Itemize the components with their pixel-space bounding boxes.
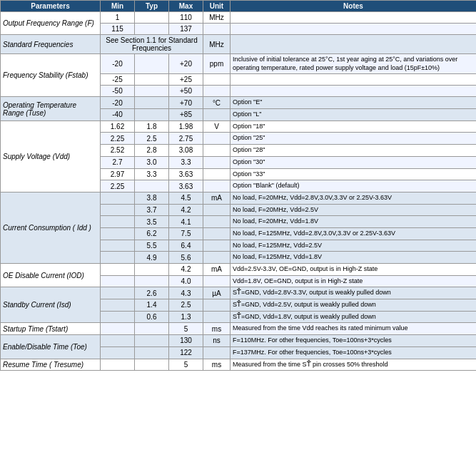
table-row: Current Consumption ( Idd )3.84.5mANo lo… — [1, 192, 477, 204]
table-cell: 3.3 — [169, 156, 203, 168]
table-cell: Inclusive of initial tolerance at 25°C, … — [231, 54, 477, 74]
table-cell: 2.7 — [101, 156, 135, 168]
table-cell: 4.9 — [135, 252, 169, 264]
table-cell — [203, 168, 231, 180]
table-cell: Frequency Stability (Fstab) — [1, 54, 101, 97]
table-cell: MHz — [203, 35, 231, 54]
table-cell: No load, F=20MHz, Vdd=1.8V — [231, 216, 477, 228]
table-cell: mA — [203, 264, 231, 276]
table-cell: 1.8 — [135, 120, 169, 133]
table-cell — [101, 287, 135, 299]
table-cell: No load, F=125MHz, Vdd=2.8V,3.0V,3.3V or… — [231, 227, 477, 240]
table-cell: No load, F=20MHz, Vdd=2.8V,3.0V,3.3V or … — [231, 192, 477, 204]
table-cell: ST̄=GND, Vdd=2.8V-3.3V, output is weakly… — [231, 287, 477, 299]
table-cell: 3.0 — [135, 156, 169, 168]
main-table-container: Parameters Min Typ Max Unit Notes Output… — [0, 0, 476, 371]
table-cell — [203, 145, 231, 157]
table-cell — [203, 216, 231, 228]
table-row: Startup Time (Tstart)5msMeasured from th… — [1, 323, 477, 335]
table-cell: 3.7 — [135, 204, 169, 216]
table-cell — [231, 24, 477, 35]
table-cell: Standby Current (Isd) — [1, 287, 101, 323]
table-cell: Option "18" — [231, 120, 477, 133]
table-cell — [135, 264, 169, 276]
table-cell: +20 — [169, 54, 203, 74]
table-cell: V — [203, 120, 231, 133]
table-cell — [203, 299, 231, 312]
table-cell: 2.52 — [101, 145, 135, 157]
table-row: Output Frequency Range (F)1110MHz — [1, 12, 477, 24]
table-cell — [203, 240, 231, 252]
table-cell: 3.63 — [169, 180, 203, 192]
table-cell: 2.75 — [169, 133, 203, 145]
table-cell: 2.5 — [169, 299, 203, 312]
table-cell — [203, 180, 231, 192]
table-cell — [203, 24, 231, 35]
table-cell: 4.2 — [169, 264, 203, 276]
table-cell: 1.98 — [169, 120, 203, 133]
table-cell — [101, 299, 135, 312]
header-typ: Typ — [135, 1, 169, 12]
table-cell: OE Disable Current (IOD) — [1, 264, 101, 287]
table-cell: +50 — [169, 86, 203, 97]
table-cell — [135, 346, 169, 359]
table-row: Operating Temperature Range (Tuse)-20+70… — [1, 97, 477, 109]
table-cell: 5 — [169, 359, 203, 371]
table-cell — [135, 74, 169, 86]
table-cell-span: See Section 1.1 for Standard Frequencies — [101, 35, 203, 54]
table-cell — [101, 335, 135, 347]
table-cell: No load, F=125MHz, Vdd=1.8V — [231, 252, 477, 264]
table-cell: 3.8 — [135, 192, 169, 204]
table-cell: Supply Voltage (Vdd) — [1, 120, 101, 192]
table-cell: Current Consumption ( Idd ) — [1, 192, 101, 263]
table-cell — [101, 216, 135, 228]
table-cell: 3.5 — [135, 216, 169, 228]
table-cell: Vdd=1.8V, OE=GND, output is in High-Z st… — [231, 275, 477, 287]
table-cell: 5.6 — [169, 252, 203, 264]
table-cell — [135, 323, 169, 335]
table-cell: ST̄=GND, Vdd=1.8V, output is weakly pull… — [231, 311, 477, 323]
table-cell: 2.8 — [135, 145, 169, 157]
table-cell: Option "L" — [231, 109, 477, 121]
table-cell: Operating Temperature Range (Tuse) — [1, 97, 101, 120]
table-row: Standby Current (Isd)2.64.3µAST̄=GND, Vd… — [1, 287, 477, 299]
table-cell — [203, 275, 231, 287]
table-cell: 1.62 — [101, 120, 135, 133]
header-notes: Notes — [231, 1, 477, 12]
table-cell — [101, 359, 135, 371]
table-cell: Measured from the time Vdd reaches its r… — [231, 323, 477, 335]
table-cell: -50 — [101, 86, 135, 97]
table-cell: 130 — [169, 335, 203, 347]
table-cell: µA — [203, 287, 231, 299]
table-cell: F=110MHz. For other frequencies, Toe=100… — [231, 335, 477, 347]
table-cell — [203, 227, 231, 240]
table-cell: 5 — [169, 323, 203, 335]
table-row: OE Disable Current (IOD)4.2mAVdd=2.5V-3.… — [1, 264, 477, 276]
table-cell — [135, 180, 169, 192]
table-cell: ns — [203, 335, 231, 347]
table-cell: -20 — [101, 54, 135, 74]
table-cell: Measured from the time ST̄ pin crosses 5… — [231, 359, 477, 371]
table-cell: 1.3 — [169, 311, 203, 323]
table-cell: 3.08 — [169, 145, 203, 157]
spec-table: Parameters Min Typ Max Unit Notes Output… — [0, 0, 476, 371]
table-cell: 1.4 — [135, 299, 169, 312]
table-cell — [203, 252, 231, 264]
table-cell — [101, 227, 135, 240]
table-cell — [135, 275, 169, 287]
table-cell — [135, 109, 169, 121]
table-cell: No load, F=125MHz, Vdd=2.5V — [231, 240, 477, 252]
table-row: Supply Voltage (Vdd)1.621.81.98VOption "… — [1, 120, 477, 133]
table-cell: 4.3 — [169, 287, 203, 299]
table-cell — [101, 240, 135, 252]
table-cell: Startup Time (Tstart) — [1, 323, 101, 335]
table-cell: 3.3 — [135, 168, 169, 180]
table-cell — [135, 359, 169, 371]
table-cell: +25 — [169, 74, 203, 86]
table-cell: MHz — [203, 12, 231, 24]
table-cell: 2.25 — [101, 180, 135, 192]
table-cell — [101, 204, 135, 216]
table-row: Enable/Disable Time (Toe)130nsF=110MHz. … — [1, 335, 477, 347]
table-cell: 4.2 — [169, 204, 203, 216]
table-cell: 2.5 — [135, 133, 169, 145]
